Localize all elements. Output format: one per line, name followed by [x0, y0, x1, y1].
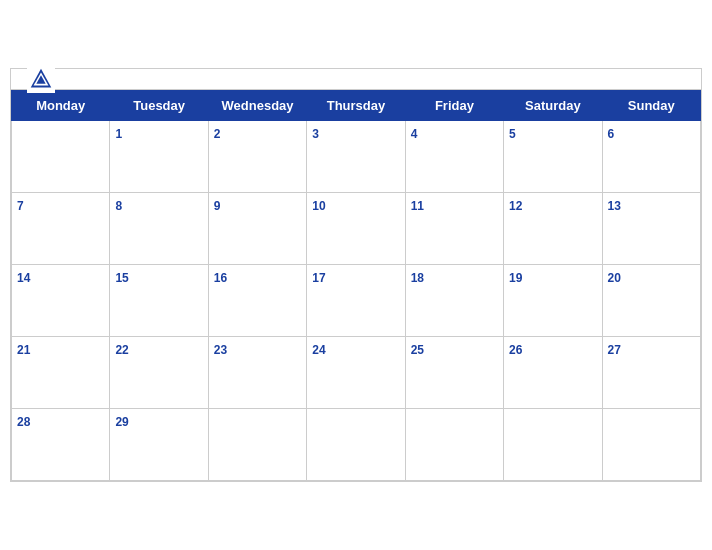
day-number: 25: [411, 343, 424, 357]
calendar-cell: 24: [307, 337, 405, 409]
calendar-cell: [12, 121, 110, 193]
calendar-cell: 16: [208, 265, 306, 337]
calendar-cell: 19: [504, 265, 602, 337]
calendar-cell: 13: [602, 193, 700, 265]
calendar-table: MondayTuesdayWednesdayThursdayFridaySatu…: [11, 90, 701, 481]
calendar-cell: 28: [12, 409, 110, 481]
calendar-cell: 27: [602, 337, 700, 409]
day-number: 2: [214, 127, 221, 141]
day-number: 21: [17, 343, 30, 357]
week-row-4: 21222324252627: [12, 337, 701, 409]
calendar-cell: 17: [307, 265, 405, 337]
week-row-5: 2829: [12, 409, 701, 481]
day-number: 24: [312, 343, 325, 357]
day-number: 11: [411, 199, 424, 213]
calendar-cell: 12: [504, 193, 602, 265]
day-number: 1: [115, 127, 122, 141]
calendar-cell: 4: [405, 121, 503, 193]
calendar-cell: 6: [602, 121, 700, 193]
weekday-header-saturday: Saturday: [504, 91, 602, 121]
calendar-cell: [405, 409, 503, 481]
calendar-cell: 26: [504, 337, 602, 409]
calendar-cell: 3: [307, 121, 405, 193]
calendar-cell: [208, 409, 306, 481]
week-row-1: 123456: [12, 121, 701, 193]
calendar-cell: 14: [12, 265, 110, 337]
calendar-cell: 23: [208, 337, 306, 409]
weekday-header-friday: Friday: [405, 91, 503, 121]
day-number: 28: [17, 415, 30, 429]
weekday-header-row: MondayTuesdayWednesdayThursdayFridaySatu…: [12, 91, 701, 121]
day-number: 18: [411, 271, 424, 285]
logo-icon: [27, 65, 55, 93]
calendar-cell: 10: [307, 193, 405, 265]
calendar-cell: 18: [405, 265, 503, 337]
day-number: 20: [608, 271, 621, 285]
logo-area: [27, 65, 59, 93]
calendar-cell: 2: [208, 121, 306, 193]
week-row-2: 78910111213: [12, 193, 701, 265]
calendar-cell: 29: [110, 409, 208, 481]
weekday-header-monday: Monday: [12, 91, 110, 121]
day-number: 17: [312, 271, 325, 285]
day-number: 8: [115, 199, 122, 213]
calendar-cell: 9: [208, 193, 306, 265]
day-number: 26: [509, 343, 522, 357]
calendar-cell: 8: [110, 193, 208, 265]
day-number: 19: [509, 271, 522, 285]
calendar-cell: 15: [110, 265, 208, 337]
weekday-header-wednesday: Wednesday: [208, 91, 306, 121]
day-number: 27: [608, 343, 621, 357]
day-number: 4: [411, 127, 418, 141]
calendar-cell: 25: [405, 337, 503, 409]
calendar-header: [11, 69, 701, 90]
weekday-header-thursday: Thursday: [307, 91, 405, 121]
day-number: 22: [115, 343, 128, 357]
day-number: 6: [608, 127, 615, 141]
calendar-cell: 22: [110, 337, 208, 409]
day-number: 14: [17, 271, 30, 285]
day-number: 9: [214, 199, 221, 213]
week-row-3: 14151617181920: [12, 265, 701, 337]
day-number: 7: [17, 199, 24, 213]
calendar-cell: 20: [602, 265, 700, 337]
day-number: 3: [312, 127, 319, 141]
day-number: 23: [214, 343, 227, 357]
calendar-cell: [602, 409, 700, 481]
day-number: 10: [312, 199, 325, 213]
day-number: 15: [115, 271, 128, 285]
weekday-header-tuesday: Tuesday: [110, 91, 208, 121]
day-number: 13: [608, 199, 621, 213]
weekday-header-sunday: Sunday: [602, 91, 700, 121]
calendar-cell: 21: [12, 337, 110, 409]
calendar-cell: 5: [504, 121, 602, 193]
calendar-cell: [504, 409, 602, 481]
calendar-cell: 7: [12, 193, 110, 265]
calendar-container: MondayTuesdayWednesdayThursdayFridaySatu…: [10, 68, 702, 482]
day-number: 29: [115, 415, 128, 429]
day-number: 5: [509, 127, 516, 141]
calendar-cell: [307, 409, 405, 481]
day-number: 16: [214, 271, 227, 285]
day-number: 12: [509, 199, 522, 213]
calendar-cell: 1: [110, 121, 208, 193]
calendar-cell: 11: [405, 193, 503, 265]
